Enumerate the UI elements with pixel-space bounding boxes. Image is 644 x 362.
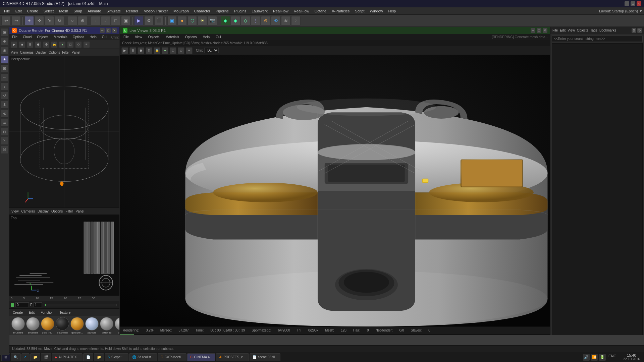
taskbar-folder[interactable]: 📁 bbox=[94, 353, 104, 361]
lv-maximize[interactable]: □ bbox=[537, 28, 541, 33]
menu-character[interactable]: Character bbox=[192, 8, 213, 14]
menu-realflow[interactable]: RealFlow bbox=[270, 8, 291, 14]
minimize-button[interactable]: ─ bbox=[625, 1, 629, 6]
sidebar-tool-10[interactable]: ⟲ bbox=[1, 110, 9, 118]
panel-resize-handle[interactable] bbox=[641, 27, 644, 335]
current-frame-input[interactable] bbox=[15, 302, 29, 307]
tool-polygons[interactable]: □ bbox=[111, 16, 120, 25]
lv-close[interactable]: ✕ bbox=[543, 28, 547, 33]
sidebar-tool-1[interactable]: ▣ bbox=[1, 28, 9, 36]
oct-lock[interactable]: 🔒 bbox=[51, 41, 58, 48]
tool-effector[interactable]: ⊛ bbox=[261, 16, 270, 25]
tool-world-axis[interactable]: ⊕ bbox=[78, 16, 87, 25]
tool-rotate[interactable]: ↻ bbox=[55, 16, 64, 25]
tool-viewport-render[interactable]: ⬛ bbox=[154, 16, 164, 25]
oct-box[interactable]: □ bbox=[67, 41, 74, 48]
sidebar-tool-9[interactable]: $ bbox=[1, 101, 9, 109]
taskbar-cinema4d[interactable]: C CINEMA 4... bbox=[187, 353, 215, 361]
octane-maximize[interactable]: □ bbox=[106, 28, 111, 33]
tool-green-3[interactable]: ◇ bbox=[241, 16, 250, 25]
taskbar-illustrator[interactable]: Ai PRESETS_e... bbox=[216, 353, 249, 361]
props-tags[interactable]: Tags bbox=[590, 28, 597, 32]
sidebar-tool-7[interactable]: ↕ bbox=[1, 82, 9, 90]
top-viewport[interactable]: Top bbox=[9, 215, 119, 296]
sidebar-tool-13[interactable]: ⋱ bbox=[1, 137, 9, 145]
lv-layers[interactable]: ≡ bbox=[186, 47, 193, 54]
tool-move[interactable]: ✛ bbox=[35, 16, 44, 25]
lv-menu-options[interactable]: Options bbox=[184, 35, 198, 39]
taskbar-search[interactable]: 🔍 bbox=[11, 353, 21, 361]
oct-settings[interactable]: ⚙ bbox=[43, 41, 50, 48]
taskbar-ie[interactable]: e bbox=[21, 353, 30, 361]
taskbar-media[interactable]: 🎬 bbox=[41, 353, 51, 361]
sidebar-tool-3[interactable]: ◉ bbox=[1, 46, 9, 54]
tool-light[interactable]: ☀ bbox=[198, 16, 207, 25]
tool-sphere[interactable]: ● bbox=[177, 16, 187, 25]
menu-render[interactable]: Render bbox=[123, 8, 141, 14]
lv-settings[interactable]: ⚙ bbox=[146, 47, 152, 54]
vp-cameras[interactable]: Cameras bbox=[20, 51, 34, 54]
lv-lock[interactable]: 🔒 bbox=[154, 47, 160, 54]
sidebar-tool-12[interactable]: ⊡ bbox=[1, 128, 9, 136]
menu-help[interactable]: Help bbox=[386, 8, 399, 14]
lv-controls[interactable]: ─ □ ✕ bbox=[531, 28, 547, 33]
sidebar-tool-14[interactable]: ⌘ bbox=[1, 146, 9, 154]
octane-menu-materials[interactable]: Materials bbox=[52, 35, 69, 39]
tool-hair[interactable]: ≀ bbox=[291, 16, 301, 25]
menu-mesh[interactable]: Mesh bbox=[56, 8, 71, 14]
menu-laubwerk[interactable]: Laubwerk bbox=[249, 8, 270, 14]
menu-animate[interactable]: Animate bbox=[85, 8, 104, 14]
tool-cloner[interactable]: ⋮ bbox=[251, 16, 260, 25]
tool-render[interactable]: ▶ bbox=[134, 16, 144, 25]
menu-select[interactable]: Select bbox=[41, 8, 57, 14]
sidebar-tool-11[interactable]: ≋ bbox=[1, 119, 9, 127]
tool-cube[interactable]: ▣ bbox=[167, 16, 177, 25]
lv-menu-gui[interactable]: Gui bbox=[214, 35, 222, 39]
oct-play[interactable]: ▶ bbox=[11, 41, 17, 48]
top-view-menu-view[interactable]: View bbox=[11, 209, 19, 213]
sys-tray-icon-1[interactable]: 🔊 bbox=[583, 354, 590, 361]
scene-search-input[interactable] bbox=[552, 36, 643, 42]
taskbar-gotomeeting[interactable]: G GoToMeeti... bbox=[158, 353, 186, 361]
material-gold-2[interactable]: gold (re... bbox=[70, 317, 84, 334]
menu-pipeline[interactable]: Pipeline bbox=[213, 8, 231, 14]
octane-minimize[interactable]: ─ bbox=[100, 28, 105, 33]
sidebar-tool-active[interactable]: ✦ bbox=[1, 55, 9, 63]
material-particle[interactable]: particle bbox=[85, 317, 99, 334]
tool-cloth[interactable]: ≋ bbox=[281, 16, 290, 25]
lv-menu-materials[interactable]: Materials bbox=[164, 35, 181, 39]
sidebar-tool-8[interactable]: ↺ bbox=[1, 92, 9, 100]
sys-tray-icon-2[interactable]: 📶 bbox=[591, 354, 598, 361]
lv-menu-help[interactable]: Help bbox=[202, 35, 211, 39]
maximize-button[interactable]: □ bbox=[631, 1, 635, 6]
vp-panel[interactable]: Panel bbox=[72, 51, 80, 54]
tool-green-2[interactable]: ◆ bbox=[231, 16, 240, 25]
lv-play[interactable]: ▶ bbox=[121, 47, 128, 54]
lv-sphere[interactable]: ● bbox=[162, 47, 168, 54]
menu-plugins[interactable]: Plugins bbox=[231, 8, 249, 14]
menu-file[interactable]: File bbox=[1, 8, 13, 14]
render-viewport[interactable] bbox=[120, 55, 550, 326]
material-brushed-1[interactable]: brushed bbox=[11, 317, 25, 334]
tool-render-settings[interactable]: ⚙ bbox=[144, 16, 154, 25]
viewport-3d[interactable]: View Cameras Display Options Filter Pane… bbox=[9, 49, 119, 208]
menu-script[interactable]: Script bbox=[352, 8, 367, 14]
material-brushed-3[interactable]: brushed bbox=[100, 317, 113, 334]
props-view[interactable]: View bbox=[568, 28, 575, 32]
mat-menu-edit[interactable]: Edit bbox=[28, 311, 36, 314]
lv-record[interactable]: ⏺ bbox=[138, 47, 144, 54]
tool-edges[interactable]: ⟋ bbox=[101, 16, 110, 25]
mat-menu-texture[interactable]: Texture bbox=[58, 311, 72, 314]
material-gold-1[interactable]: gold (re... bbox=[41, 317, 54, 334]
top-view-menu-options[interactable]: Options bbox=[51, 209, 63, 213]
tool-objects[interactable]: ▣ bbox=[121, 16, 130, 25]
tool-camera[interactable]: 📷 bbox=[208, 16, 217, 25]
tool-object-axis[interactable]: ○ bbox=[68, 16, 77, 25]
octane-menu-objects[interactable]: Objects bbox=[36, 35, 50, 39]
vp-display[interactable]: Display bbox=[36, 51, 47, 54]
octane-menu-cloud[interactable]: Cloud bbox=[21, 35, 33, 39]
lv-box[interactable]: □ bbox=[170, 47, 176, 54]
taskbar-doc[interactable]: 📄 bbox=[83, 353, 93, 361]
taskbar-alpha-tex[interactable]: ▶ ALPHA TEX... bbox=[52, 353, 83, 361]
oct-pause[interactable]: ⏸ bbox=[27, 41, 34, 48]
